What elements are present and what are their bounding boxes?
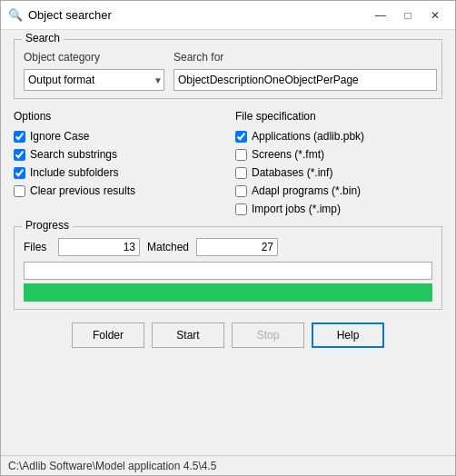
filespec-databases: Databases (*.inf) <box>235 166 442 179</box>
minimize-button[interactable]: — <box>368 6 393 25</box>
filespec-adapl: Adapl programs (*.bin) <box>235 184 442 197</box>
start-button[interactable]: Start <box>152 322 224 348</box>
options-box: Options Ignore Case Search substrings In… <box>14 110 221 215</box>
window-icon: 🔍 <box>8 8 23 23</box>
object-category-label: Object category <box>24 51 164 64</box>
filespec-title: File specification <box>235 110 442 123</box>
import-label: Import jobs (*.imp) <box>252 203 341 215</box>
middle-section: Options Ignore Case Search substrings In… <box>14 110 442 215</box>
databases-label: Databases (*.inf) <box>252 166 332 179</box>
applications-checkbox[interactable] <box>235 131 247 143</box>
folder-button[interactable]: Folder <box>72 322 144 348</box>
include-subfolders-label: Include subfolders <box>30 166 118 179</box>
clear-previous-checkbox[interactable] <box>14 185 25 197</box>
option-clear-previous: Clear previous results <box>14 184 221 197</box>
object-category-dropdown[interactable]: Output format <box>24 69 164 91</box>
close-button[interactable]: ✕ <box>422 6 448 25</box>
help-button[interactable]: Help <box>312 322 384 348</box>
progress-section: Progress Files 13 Matched 27 <box>14 226 442 310</box>
dropdown-wrapper: Output format ▼ <box>24 69 164 91</box>
applications-label: Applications (adlib.pbk) <box>252 130 364 143</box>
search-substrings-label: Search substrings <box>30 148 117 161</box>
progress-row: Files 13 Matched 27 <box>24 238 432 256</box>
option-include-subfolders: Include subfolders <box>14 166 221 179</box>
matched-value: 27 <box>196 238 278 256</box>
databases-checkbox[interactable] <box>235 167 247 179</box>
import-checkbox[interactable] <box>235 203 247 215</box>
search-for-label: Search for <box>173 51 437 64</box>
main-content: Search Object category Output format ▼ S… <box>1 30 455 455</box>
window-title: Object searcher <box>28 8 368 22</box>
matched-label: Matched <box>147 241 189 253</box>
filespec-applications: Applications (adlib.pbk) <box>235 130 442 143</box>
progress-section-title: Progress <box>22 219 73 232</box>
files-label: Files <box>24 241 51 253</box>
option-ignore-case: Ignore Case <box>14 130 221 143</box>
maximize-button[interactable]: □ <box>395 6 421 25</box>
search-for-col: Search for <box>173 51 437 91</box>
title-controls: — □ ✕ <box>368 6 448 25</box>
search-section: Search Object category Output format ▼ S… <box>14 39 442 99</box>
screens-label: Screens (*.fmt) <box>252 148 324 161</box>
title-bar: 🔍 Object searcher — □ ✕ <box>1 1 455 30</box>
search-for-input[interactable] <box>173 69 437 91</box>
filespec-box: File specification Applications (adlib.p… <box>235 110 442 215</box>
adapl-checkbox[interactable] <box>235 185 247 197</box>
object-category-col: Object category Output format ▼ <box>24 51 164 91</box>
stop-button[interactable]: Stop <box>232 322 304 348</box>
options-title: Options <box>14 110 221 123</box>
adapl-label: Adapl programs (*.bin) <box>252 184 361 197</box>
include-subfolders-checkbox[interactable] <box>14 167 25 179</box>
search-row: Object category Output format ▼ Search f… <box>24 51 432 91</box>
search-section-title: Search <box>22 32 64 45</box>
status-bar: C:\Adlib Software\Model application 4.5\… <box>1 455 455 475</box>
ignore-case-label: Ignore Case <box>30 130 89 143</box>
search-substrings-checkbox[interactable] <box>14 149 25 161</box>
screens-checkbox[interactable] <box>235 149 247 161</box>
clear-previous-label: Clear previous results <box>30 184 135 197</box>
filespec-import: Import jobs (*.imp) <box>235 203 442 215</box>
button-row: Folder Start Stop Help <box>14 322 442 348</box>
files-value: 13 <box>58 238 140 256</box>
main-window: 🔍 Object searcher — □ ✕ Search Object ca… <box>0 0 456 476</box>
green-progress-bar <box>24 283 432 302</box>
text-progress-bar <box>24 262 432 280</box>
filespec-screens: Screens (*.fmt) <box>235 148 442 161</box>
status-text: C:\Adlib Software\Model application 4.5\… <box>8 460 216 472</box>
option-search-substrings: Search substrings <box>14 148 221 161</box>
ignore-case-checkbox[interactable] <box>14 131 25 143</box>
